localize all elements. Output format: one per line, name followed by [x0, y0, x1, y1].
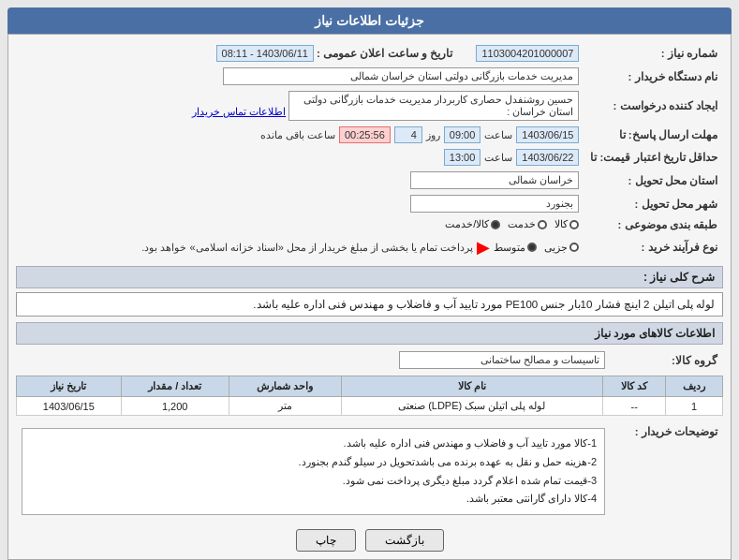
tabagheh-option-khedmat: خدمت [508, 218, 547, 230]
sharh-text: لوله پلی اتیلن 2 اینچ فشار 10بار جنس PE1… [16, 292, 723, 317]
back-button[interactable]: بازگشت [365, 529, 444, 552]
col-kod: کد کالا [602, 376, 665, 397]
mohlat-ersal-time: 09:00 [444, 126, 481, 143]
nam-dastgah-label: نام دستگاه خریدار : [584, 65, 723, 88]
tabagheh-option-kala-khedmat: کالا/خدمت [445, 218, 500, 230]
mohlat-ersal-roz: 4 [394, 126, 422, 143]
group-kala-table: گروه کالا: تاسیسات و مصالح ساختمانی [16, 348, 723, 372]
group-kala-value: تاسیسات و مصالح ساختمانی [399, 351, 605, 369]
tabagheh-options: کالا خدمت کالا/خدمت [445, 218, 579, 230]
tabagheh-option-kala: کالا [554, 218, 579, 230]
shahr-tahvil-value: بجنورد [410, 195, 579, 213]
notes-table: توضیحات خریدار : 1-کالا مورد تایید آب و … [16, 421, 723, 522]
now-farayand-label: نوع فرآیند خرید : [584, 234, 723, 260]
mohlat-ersal-date: 1403/06/15 [516, 126, 579, 143]
col-tarikh: تاریخ نیاز [17, 376, 122, 397]
now-farayand-options: جزیی متوسط [494, 242, 579, 254]
radio-empty-2 [538, 220, 547, 229]
nam-dastgah-value: مدیریت خدمات بازرگانی دولتی استان خراسان… [223, 67, 579, 85]
tarikh-elan-value: 1403/06/11 - 08:11 [216, 45, 314, 62]
radio-motavasset [527, 243, 537, 252]
button-row: بازگشت چاپ [16, 529, 723, 552]
now-farayand-note: پرداخت تمام یا بخشی از مبلغ خریدار از مح… [141, 242, 473, 254]
saat-label: ساعت [484, 129, 512, 141]
col-radif: ردیف [666, 376, 723, 397]
print-button[interactable]: چاپ [296, 529, 356, 552]
ijad-konande-value: حسین روشنفدل حصاری کاربردار مدیریت خدمات… [288, 91, 579, 121]
saat-label2: ساعت [484, 152, 512, 164]
warn-arrow-icon: ▶ [477, 237, 490, 258]
table-row: 1--لوله پلی اتیلن سبک (LDPE) صنعتیمتر1,2… [17, 397, 723, 416]
ostan-tahvil-value: خراسان شمالی [410, 171, 579, 189]
ostan-tahvil-label: استان محل تحویل : [584, 169, 723, 192]
mohlat-ersal-label: مهلت ارسال پاسخ: تا [584, 124, 723, 146]
kala-section-title: اطلاعات کالاهای مورد نیاز [16, 322, 723, 345]
tabagheh-label: طبقه بندی موضوعی : [584, 215, 723, 234]
tarikh-elan-label: تاریخ و ساعت اعلان عمومی : [317, 48, 452, 59]
page-title: جزئیات اطلاعات نیاز [7, 7, 732, 34]
ijad-konande-link[interactable]: اطلاعات تماس خریدار [192, 106, 286, 117]
info-table: شماره نیاز : 1103004201000007 تاریخ و سا… [16, 42, 723, 260]
col-name: نام کالا [341, 376, 602, 397]
tarikh-etibar-date: 1403/06/22 [516, 149, 579, 166]
remaining-label: ساعت باقی مانده [260, 129, 335, 141]
radio-jozi [569, 243, 579, 252]
radio-selected-1 [491, 220, 500, 229]
roz-label: روز [426, 129, 440, 141]
ijad-konande-label: ایجاد کننده درخواست : [584, 88, 723, 124]
farayand-motavasset: متوسط [494, 242, 537, 254]
col-tedad: تعداد / مقدار [121, 376, 229, 397]
notes-content: 1-کالا مورد تایید آب و فاضلاب و مهندس فن… [22, 428, 605, 515]
sharh-section-title: شرح کلی نیاز : [16, 266, 723, 288]
radio-empty-1 [569, 220, 579, 229]
farayand-jozi: جزیی [544, 242, 579, 254]
col-vahed: واحد شمارش [229, 376, 341, 397]
shahr-tahvil-label: شهر محل تحویل : [584, 192, 723, 215]
mohlat-ersal-saat: 00:25:56 [339, 126, 391, 143]
group-kala-label: گروه کالا: [611, 348, 723, 372]
tarikh-etibar-time: 13:00 [444, 149, 481, 166]
notes-label: توضیحات خریدار : [611, 421, 723, 522]
kala-data-table: ردیف کد کالا نام کالا واحد شمارش تعداد /… [16, 376, 723, 416]
shomara-niaz-label: شماره نیاز : [584, 42, 723, 65]
shomara-niaz-value: 1103004201000007 [476, 45, 579, 62]
tarikh-etibar-label: حداقل تاریخ اعتبار قیمت: تا [584, 146, 723, 169]
